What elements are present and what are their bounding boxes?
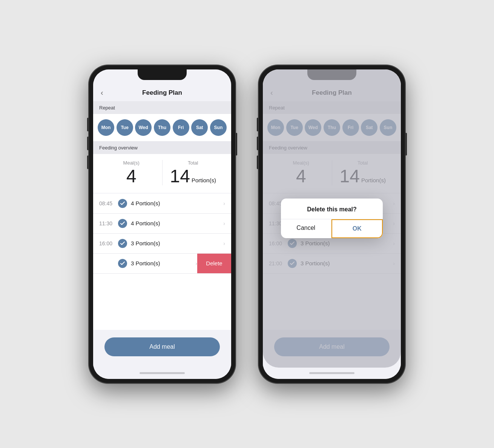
day-wed-1[interactable]: Wed: [135, 119, 152, 136]
day-mon-1[interactable]: Mon: [98, 119, 114, 136]
meal-item-1-3[interactable]: 16:00 3 Portion(s) ›: [93, 234, 231, 254]
day-thu-1[interactable]: Thu: [154, 119, 170, 136]
nav-bar-1: ‹ Feeding Plan: [93, 85, 231, 101]
total-value-1: 14: [170, 167, 190, 185]
meals-label-1: Meal(s): [123, 160, 140, 166]
total-value-row-1: 14 Portion(s): [170, 167, 216, 185]
meal-chevron-1-2: ›: [223, 220, 225, 226]
day-sat-1[interactable]: Sat: [191, 119, 208, 136]
day-selector-1: Mon Tue Wed Thu Fri Sat Sun: [93, 114, 231, 141]
home-indicator-1: [93, 368, 231, 379]
meal-portions-1-1: 4 Portion(s): [131, 200, 223, 206]
delete-button-1[interactable]: Delete: [197, 254, 231, 273]
dialog-actions: Cancel OK: [281, 219, 383, 238]
stats-row-1: Meal(s) 4 Total 14 Portion(s): [93, 154, 231, 193]
page-title-1: Feeding Plan: [142, 89, 182, 97]
screen-1: ‹ Feeding Plan Repeat Mon Tue Wed Thu Fr…: [93, 69, 231, 379]
dialog-cancel-button[interactable]: Cancel: [281, 219, 331, 238]
meal-time-1-3: 16:00: [99, 240, 114, 246]
day-fri-1[interactable]: Fri: [173, 119, 189, 136]
meal-icon-1-2: [118, 219, 127, 228]
meal-icon-1-3: [118, 239, 127, 248]
meal-item-1-2[interactable]: 11:30 4 Portion(s) ›: [93, 214, 231, 234]
dialog-overlay: Delete this meal? Cancel OK: [263, 69, 401, 368]
meal-chevron-1-1: ›: [223, 200, 225, 206]
day-tue-1[interactable]: Tue: [117, 119, 133, 136]
notch-1: [138, 69, 187, 80]
meals-value-1: 4: [126, 167, 137, 185]
total-unit-1: Portion(s): [192, 177, 216, 183]
dialog-title: Delete this meal?: [281, 199, 383, 219]
total-stat-1: Total 14 Portion(s): [163, 160, 224, 185]
day-sun-1[interactable]: Sun: [210, 119, 227, 136]
meal-item-1-4[interactable]: 3 Portion(s) › Delete: [93, 254, 231, 274]
screen-2: ‹ Feeding Plan Repeat Mon Tue Wed Thu Fr…: [263, 69, 401, 379]
add-meal-button-1[interactable]: Add meal: [104, 337, 220, 356]
meal-list-1: 08:45 4 Portion(s) › 11:30 4 Portion(: [93, 194, 231, 330]
overview-label-1: Feeding overview: [99, 145, 138, 151]
home-bar-1: [140, 372, 185, 374]
meal-icon-1-4: [118, 259, 127, 268]
meal-portions-1-2: 4 Portion(s): [131, 220, 223, 226]
repeat-label-1: Repeat: [99, 105, 115, 111]
meal-portions-1-3: 3 Portion(s): [131, 240, 223, 246]
meal-item-1-1[interactable]: 08:45 4 Portion(s) ›: [93, 194, 231, 214]
meal-icon-1-1: [118, 199, 127, 208]
meal-time-1-1: 08:45: [99, 200, 114, 206]
home-indicator-2: [263, 368, 401, 379]
phone-2: ‹ Feeding Plan Repeat Mon Tue Wed Thu Fr…: [258, 65, 405, 383]
phone-1: ‹ Feeding Plan Repeat Mon Tue Wed Thu Fr…: [89, 65, 236, 383]
total-label-1: Total: [188, 160, 198, 166]
meals-stat-1: Meal(s) 4: [101, 160, 162, 185]
overview-header-1: Feeding overview: [93, 141, 231, 154]
repeat-section-1: Repeat: [93, 101, 231, 114]
meal-portions-1-4: 3 Portion(s): [131, 260, 195, 266]
meal-chevron-1-3: ›: [223, 240, 225, 246]
add-meal-container-1: Add meal: [93, 330, 231, 368]
meal-time-1-2: 11:30: [99, 220, 114, 226]
home-bar-2: [309, 372, 354, 374]
delete-dialog: Delete this meal? Cancel OK: [281, 199, 383, 238]
dialog-ok-button[interactable]: OK: [331, 219, 383, 238]
back-button-1[interactable]: ‹: [101, 88, 103, 97]
